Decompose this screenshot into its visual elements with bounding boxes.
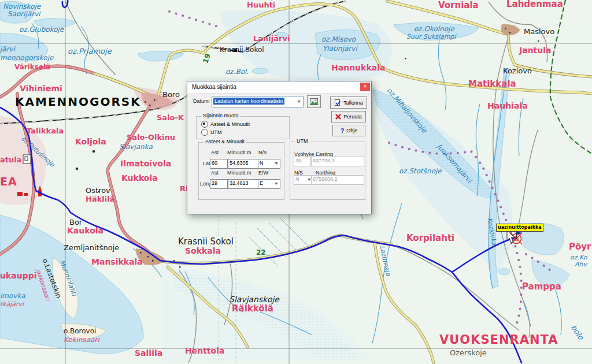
cancel-button[interactable]: Peruuta bbox=[331, 111, 366, 122]
map-label: Krasnii Sokol bbox=[220, 46, 264, 53]
save-icon bbox=[334, 99, 341, 106]
save-button[interactable]: Tallenna bbox=[330, 96, 367, 109]
map-label: Sokkala bbox=[185, 247, 221, 255]
utm-legend: UTM bbox=[295, 138, 310, 144]
map-label: oz.Glubokoje bbox=[19, 26, 64, 33]
long-degrees-field[interactable]: 29 bbox=[210, 179, 228, 189]
map-label: Slavjanskoje bbox=[229, 295, 279, 303]
fuel-station-icon bbox=[23, 155, 31, 164]
dialog-title-bar[interactable]: Muokkaa sijaintia × bbox=[187, 81, 371, 94]
lat-deg-header: Ast bbox=[211, 150, 219, 155]
map-label: Bor bbox=[69, 218, 82, 226]
degrees-minutes-legend: Asteet & Minuutit bbox=[204, 139, 246, 144]
map-label: o.Borovoi bbox=[64, 328, 96, 335]
map-label: Häklilä bbox=[86, 195, 114, 203]
radio-utm-label: UTM bbox=[210, 129, 222, 135]
utm-zone-field: 35 bbox=[294, 157, 311, 166]
map-label: Henttola bbox=[185, 347, 224, 355]
map-datum-picker-button[interactable] bbox=[307, 95, 321, 108]
long-min-header: Minuutit.m bbox=[227, 170, 251, 176]
map-label: Boro bbox=[162, 91, 180, 98]
map-label: Hauhiala bbox=[487, 102, 528, 110]
lat-hemisphere-select[interactable]: N bbox=[258, 159, 280, 169]
long-minutes-field[interactable]: 32,4613 bbox=[228, 179, 259, 189]
close-button[interactable]: × bbox=[360, 83, 370, 91]
dialog-title: Muokkaa sijaintia bbox=[192, 84, 236, 90]
map-label: Matikkala bbox=[468, 80, 516, 88]
chevron-down-icon bbox=[275, 162, 278, 165]
map-label: Ilmatoivola bbox=[120, 159, 171, 168]
map-label: tkäjärvi bbox=[0, 301, 24, 307]
image-icon bbox=[310, 98, 318, 105]
map-label: Vihiniemi bbox=[20, 84, 62, 92]
map-label: oz.Okolnoje bbox=[414, 25, 454, 32]
map-label: 22 bbox=[256, 249, 266, 256]
help-button-label: Ohje bbox=[346, 128, 357, 133]
map-label: Salo-Olkinu bbox=[127, 133, 175, 141]
cancel-x-icon bbox=[335, 114, 341, 120]
map-label: Korpilahti bbox=[406, 234, 454, 243]
map-label: Pamppa bbox=[522, 283, 561, 291]
long-deg-header: Ast bbox=[211, 170, 219, 176]
long-hemisphere-value: E bbox=[260, 180, 263, 186]
lat-min-header: Minuutit.m bbox=[227, 150, 251, 155]
radio-degrees-minutes[interactable]: Asteet & Minuutit bbox=[201, 121, 250, 128]
radio-degrees-minutes-label: Asteet & Minuutit bbox=[210, 121, 250, 127]
map-label: Kekinsaari bbox=[64, 336, 99, 343]
radio-utm[interactable]: UTM bbox=[201, 129, 222, 136]
lat-row-label: Lat bbox=[203, 161, 210, 166]
degrees-minutes-group: Asteet & Minuutit Ast Minuutit.m N/S Lat… bbox=[198, 142, 284, 200]
map-label: Jantula bbox=[519, 46, 552, 54]
utm-easting-field: 637798,3 bbox=[311, 157, 364, 166]
map-label: oz.Stotšnoje bbox=[399, 168, 442, 174]
lat-degrees-field[interactable]: 60 bbox=[210, 159, 228, 169]
map-label: Zemljanitšnoje bbox=[64, 244, 119, 251]
map-label: Suur Sukslampi bbox=[406, 34, 456, 40]
map-label: oz.Bol. bbox=[225, 68, 249, 75]
map-label: Värikselä bbox=[14, 64, 50, 70]
edit-location-dialog: Muokkaa sijaintia × Datumi Ladatun karta… bbox=[187, 81, 372, 214]
chevron-down-icon bbox=[297, 101, 301, 103]
utm-ns-value: N bbox=[295, 176, 299, 182]
datum-selected-value: Ladatun kartan koordinaatisto bbox=[213, 98, 284, 105]
map-label: Novinskoje bbox=[3, 3, 40, 10]
waypoint-label[interactable]: uazinuittopaikka bbox=[496, 224, 543, 232]
map-label: Vorniala bbox=[438, 1, 479, 10]
map-label: Kaukola bbox=[67, 226, 103, 235]
map-label: mennogorskoje bbox=[0, 54, 53, 61]
utm-ns-select: N bbox=[294, 175, 313, 185]
close-icon: × bbox=[364, 83, 367, 90]
help-button[interactable]: ? Ohje bbox=[332, 125, 365, 136]
map-label: Lanijärvi bbox=[253, 35, 290, 42]
map-label: järvi bbox=[0, 46, 15, 53]
chevron-down-icon bbox=[275, 183, 278, 185]
map-label: Ostrov bbox=[86, 187, 110, 194]
map[interactable]: NovinskojeSaorijärvioz.Glubokojejärvimen… bbox=[0, 0, 592, 364]
map-label: Slavjanka bbox=[119, 143, 153, 150]
cancel-button-label: Peruuta bbox=[343, 114, 362, 120]
map-label: Ozerskoje bbox=[450, 349, 487, 356]
long-hemisphere-select[interactable]: E bbox=[258, 179, 280, 189]
map-label: Räikkölä bbox=[232, 304, 273, 313]
map-label: oz.Ko bbox=[570, 254, 587, 261]
lat-minutes-field[interactable]: 54,6305 bbox=[228, 159, 259, 169]
location-format-legend: Sijainnin muoto bbox=[201, 113, 240, 118]
map-label: VUOKSENRANTA bbox=[439, 334, 558, 346]
radio-icon bbox=[201, 121, 208, 128]
datumi-label: Datumi bbox=[193, 98, 210, 104]
map-label: Salo-K bbox=[157, 114, 184, 121]
datum-combobox[interactable]: Ladatun kartan koordinaatisto bbox=[212, 96, 304, 107]
map-label: Kukkola bbox=[121, 174, 158, 182]
map-label: Hannukkala bbox=[331, 64, 385, 72]
map-label: imovka bbox=[0, 292, 25, 299]
lat-hemisphere-value: N bbox=[260, 160, 264, 166]
map-label: KAMENNOGORSK bbox=[15, 96, 141, 107]
map-label: Ahv bbox=[575, 261, 587, 268]
map-label: oz.Prjamoje bbox=[68, 47, 112, 55]
map-label: Maslovo bbox=[524, 28, 554, 35]
lat-hemi-header: N/S bbox=[258, 150, 267, 155]
map-label: Talikkala bbox=[27, 127, 64, 135]
map-label: Mansikkala bbox=[91, 258, 143, 266]
map-label: Lahdenmaa bbox=[506, 0, 563, 9]
map-label: Huuhti bbox=[247, 1, 275, 9]
